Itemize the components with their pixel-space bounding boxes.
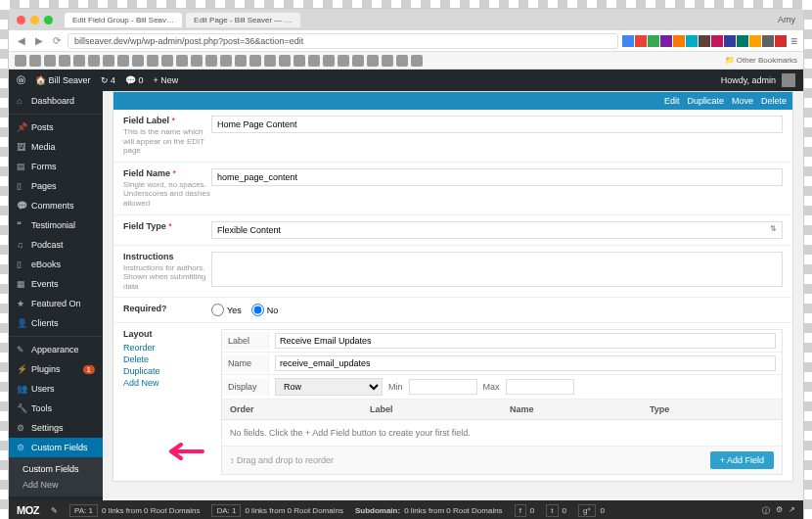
- fb-icon[interactable]: f: [515, 504, 526, 517]
- instructions-textarea[interactable]: [211, 252, 783, 287]
- ext-icon[interactable]: [648, 35, 659, 47]
- sidebar-item-plugins[interactable]: ⚡Plugins1: [9, 359, 103, 379]
- bookmark-icon[interactable]: [293, 55, 305, 67]
- field-name-input[interactable]: [211, 168, 783, 186]
- sidebar-item-custom-fields[interactable]: ⚙Custom Fields: [9, 438, 103, 457]
- sidebar-item-featured[interactable]: ★Featured On: [9, 294, 103, 313]
- bookmark-icon[interactable]: [176, 55, 188, 67]
- gp-icon[interactable]: g⁺: [578, 504, 596, 517]
- ext-icon[interactable]: [635, 35, 647, 47]
- comments-icon[interactable]: 💬 0: [125, 75, 144, 85]
- minimize-window-icon[interactable]: [30, 16, 39, 24]
- bookmark-icon[interactable]: [132, 55, 144, 67]
- sidebar-item-testimonial[interactable]: ❝Testimonial: [9, 215, 103, 235]
- required-no[interactable]: No: [251, 304, 279, 316]
- ext-icon[interactable]: [737, 35, 748, 47]
- site-name[interactable]: 🏠 Bill Seaver: [35, 75, 91, 85]
- bookmark-icon[interactable]: [338, 55, 349, 67]
- duplicate-link[interactable]: Duplicate: [687, 96, 724, 106]
- ext-icon[interactable]: [622, 35, 634, 47]
- sidebar-item-appearance[interactable]: ✎Appearance: [9, 336, 103, 359]
- bookmark-icon[interactable]: [396, 55, 408, 67]
- pencil-icon[interactable]: ✎: [51, 506, 58, 515]
- bookmark-icon[interactable]: [352, 55, 364, 67]
- bookmark-icon[interactable]: [29, 55, 41, 67]
- avatar-icon[interactable]: [782, 73, 795, 87]
- sidebar-item-comments[interactable]: 💬Comments: [9, 196, 103, 215]
- browser-tab[interactable]: Edit Page - Bill Seaver — …: [186, 13, 299, 27]
- forward-icon[interactable]: ▶: [32, 34, 46, 48]
- bookmark-icon[interactable]: [235, 55, 247, 67]
- ext-icon[interactable]: [775, 35, 787, 47]
- layout-add-new-link[interactable]: Add New: [123, 377, 211, 389]
- required-yes[interactable]: Yes: [211, 304, 242, 316]
- bookmark-icon[interactable]: [367, 55, 379, 67]
- sidebar-item-settings[interactable]: ⚙Settings: [9, 418, 103, 438]
- menu-icon[interactable]: ≡: [790, 34, 797, 48]
- ext-icon[interactable]: [699, 35, 710, 47]
- layout-duplicate-link[interactable]: Duplicate: [123, 365, 211, 377]
- bookmark-icon[interactable]: [44, 55, 56, 67]
- bookmark-icon[interactable]: [308, 55, 320, 67]
- add-field-button[interactable]: + Add Field: [710, 451, 774, 469]
- layout-delete-link[interactable]: Delete: [123, 354, 211, 365]
- sidebar-item-dashboard[interactable]: ⌂Dashboard: [9, 91, 103, 111]
- submenu-add-new[interactable]: Add New: [23, 477, 103, 493]
- ext-icon[interactable]: [749, 35, 761, 47]
- sidebar-item-tools[interactable]: 🔧Tools: [9, 399, 103, 418]
- edit-link[interactable]: Edit: [664, 96, 680, 106]
- info-icon[interactable]: ⓘ: [762, 505, 770, 516]
- bookmark-icon[interactable]: [220, 55, 232, 67]
- sidebar-item-users[interactable]: 👥Users: [9, 379, 103, 399]
- bookmark-icon[interactable]: [88, 55, 100, 67]
- bookmark-icon[interactable]: [249, 55, 261, 67]
- browser-profile[interactable]: Amy: [778, 15, 795, 24]
- bookmark-icon[interactable]: [161, 55, 173, 67]
- bookmark-icon[interactable]: [103, 55, 114, 67]
- close-window-icon[interactable]: [17, 16, 25, 24]
- bookmark-icon[interactable]: [264, 55, 276, 67]
- bookmark-icon[interactable]: [382, 55, 393, 67]
- field-label-input[interactable]: [211, 116, 783, 133]
- layout-max-input[interactable]: [506, 379, 574, 395]
- tw-icon[interactable]: t: [546, 504, 558, 517]
- sidebar-item-posts[interactable]: 📌Posts: [9, 114, 103, 137]
- sidebar-item-media[interactable]: 🖼Media: [9, 137, 103, 157]
- ext-icon[interactable]: [711, 35, 723, 47]
- layout-label-input[interactable]: [275, 333, 776, 349]
- browser-tab[interactable]: Edit Field Group - Bill Seav…: [65, 13, 182, 27]
- url-input[interactable]: billseaver.dev/wp/wp-admin/post.php?post…: [68, 33, 618, 49]
- new-content[interactable]: + New: [154, 75, 179, 85]
- bookmark-icon[interactable]: [411, 55, 423, 67]
- reload-icon[interactable]: ⟳: [50, 34, 64, 48]
- submenu-custom-fields[interactable]: Custom Fields: [23, 461, 103, 477]
- bookmark-icon[interactable]: [15, 55, 26, 67]
- wp-logo-icon[interactable]: ⓦ: [17, 74, 25, 87]
- layout-reorder-link[interactable]: Reorder: [123, 342, 211, 354]
- bookmark-icon[interactable]: [279, 55, 291, 67]
- maximize-window-icon[interactable]: [44, 16, 53, 24]
- layout-display-select[interactable]: Row: [275, 378, 383, 396]
- bookmark-icon[interactable]: [73, 55, 85, 67]
- layout-name-input[interactable]: [275, 355, 776, 371]
- sidebar-item-podcast[interactable]: ♫Podcast: [9, 235, 103, 255]
- ext-icon[interactable]: [660, 35, 672, 47]
- bookmark-icon[interactable]: [117, 55, 129, 67]
- sidebar-item-ebooks[interactable]: ▯eBooks: [9, 255, 103, 274]
- field-type-select[interactable]: Flexible Content: [211, 221, 783, 239]
- sidebar-item-pages[interactable]: ▯Pages: [9, 176, 103, 196]
- bookmark-icon[interactable]: [191, 55, 203, 67]
- ext-icon[interactable]: [762, 35, 774, 47]
- back-icon[interactable]: ◀: [15, 34, 28, 48]
- sidebar-item-clients[interactable]: 👤Clients: [9, 313, 103, 333]
- sidebar-item-events[interactable]: ▦Events: [9, 274, 103, 294]
- ext-icon[interactable]: [673, 35, 685, 47]
- sidebar-item-forms[interactable]: ▤Forms: [9, 157, 103, 176]
- ext-icon[interactable]: [686, 35, 698, 47]
- bookmark-icon[interactable]: [323, 55, 335, 67]
- move-link[interactable]: Move: [732, 96, 753, 106]
- delete-link[interactable]: Delete: [761, 96, 787, 106]
- layout-min-input[interactable]: [409, 379, 477, 395]
- ext-icon[interactable]: [724, 35, 736, 47]
- bookmark-icon[interactable]: [147, 55, 158, 67]
